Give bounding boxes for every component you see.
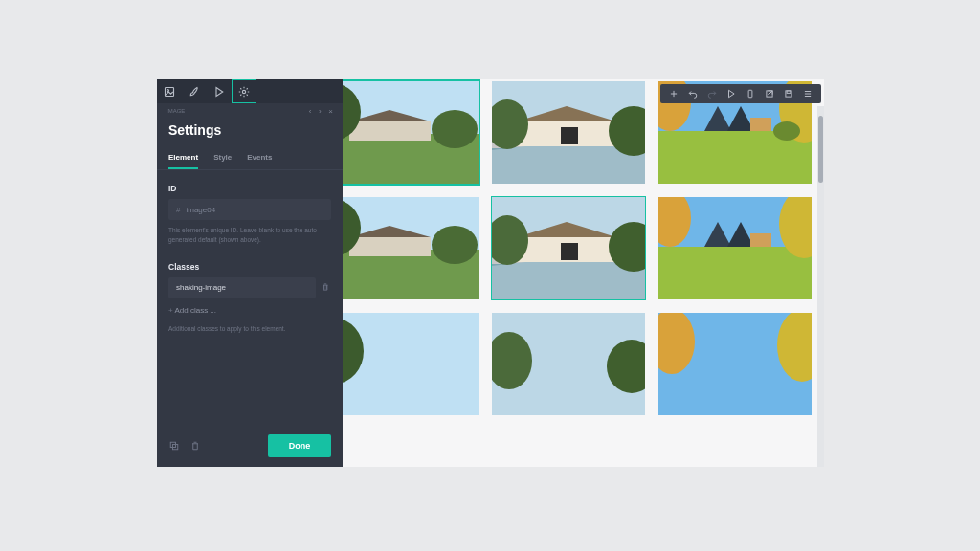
panel-mode-play-icon[interactable] <box>207 79 232 103</box>
close-icon[interactable]: × <box>328 107 333 116</box>
chevron-left-icon[interactable]: ‹ <box>309 107 312 116</box>
vertical-scrollbar[interactable] <box>817 106 824 467</box>
id-label: ID <box>157 184 343 193</box>
svg-point-31 <box>432 226 478 264</box>
settings-panel: IMAGE ‹ › × Settings Element Style Event… <box>157 79 343 467</box>
classes-label: Classes <box>157 262 343 272</box>
panel-mode-image-icon[interactable] <box>157 79 182 103</box>
panel-footer: Done <box>157 425 343 467</box>
class-chip[interactable]: shaking-image <box>168 277 316 298</box>
panel-mode-brush-icon[interactable] <box>182 79 207 103</box>
copy-icon[interactable] <box>168 440 180 452</box>
tab-element[interactable]: Element <box>168 147 198 169</box>
svg-rect-46 <box>343 313 479 415</box>
tb-plus-icon[interactable] <box>664 84 683 103</box>
svg-point-2 <box>242 90 245 93</box>
id-help-text: This element's unique ID. Leave blank to… <box>157 226 343 245</box>
image-thumb[interactable]: IMAGE <box>492 197 645 299</box>
grid-row: IMAGE <box>343 197 813 299</box>
app-window: IMAGE ‹ › × Settings Element Style Event… <box>157 79 824 467</box>
breadcrumb-label: IMAGE <box>167 108 185 114</box>
image-thumb[interactable] <box>343 197 479 299</box>
tb-save-icon[interactable] <box>779 84 798 103</box>
tab-events[interactable]: Events <box>247 147 272 169</box>
tb-menu-icon[interactable] <box>798 84 817 103</box>
add-class-button[interactable]: Add class ... <box>168 302 331 319</box>
classes-help-text: Additional classes to apply to this elem… <box>157 324 343 334</box>
svg-rect-40 <box>658 247 812 299</box>
tb-redo-icon[interactable] <box>702 84 722 103</box>
image-thumb[interactable] <box>658 197 812 299</box>
trash-icon[interactable] <box>321 282 330 292</box>
svg-point-1 <box>167 89 169 91</box>
svg-rect-43 <box>750 233 771 247</box>
svg-rect-28 <box>349 237 431 256</box>
id-input[interactable]: # image04 <box>168 199 331 220</box>
tabs-divider <box>157 169 343 170</box>
grid-row <box>343 313 813 415</box>
svg-point-25 <box>773 121 800 141</box>
delete-icon[interactable] <box>189 440 201 452</box>
chevron-right-icon[interactable]: › <box>319 107 322 116</box>
image-thumb[interactable] <box>492 313 645 415</box>
tb-undo-icon[interactable] <box>683 84 702 103</box>
tb-play-icon[interactable] <box>722 84 741 103</box>
panel-title: Settings <box>157 119 343 147</box>
panel-mode-tabs <box>157 79 343 103</box>
breadcrumb: IMAGE ‹ › × <box>157 103 343 119</box>
svg-rect-38 <box>561 243 578 260</box>
svg-rect-7 <box>349 121 431 141</box>
scrollbar-thumb[interactable] <box>818 116 823 183</box>
svg-rect-57 <box>787 91 791 94</box>
class-chip-label: shaking-image <box>176 283 226 292</box>
id-placeholder: image04 <box>186 206 215 214</box>
breadcrumb-actions: ‹ › × <box>303 107 333 116</box>
preview-toolbar <box>660 84 821 103</box>
svg-rect-54 <box>748 90 752 98</box>
svg-rect-22 <box>750 118 771 131</box>
image-thumb[interactable] <box>658 313 812 415</box>
tb-open-icon[interactable] <box>760 84 779 103</box>
panel-mode-gear-icon[interactable] <box>232 79 256 103</box>
image-thumb[interactable] <box>492 81 645 184</box>
settings-tabs: Element Style Events <box>157 147 343 169</box>
tab-style[interactable]: Style <box>213 147 232 169</box>
done-button[interactable]: Done <box>268 434 331 457</box>
svg-point-10 <box>432 110 478 148</box>
image-thumb[interactable] <box>343 313 479 415</box>
page-canvas[interactable]: IMAGE <box>343 79 824 467</box>
image-grid: IMAGE <box>343 81 813 429</box>
image-thumb[interactable] <box>343 81 479 184</box>
id-prefix: # <box>176 206 180 214</box>
svg-rect-17 <box>561 127 578 144</box>
tb-device-icon[interactable] <box>741 84 760 103</box>
